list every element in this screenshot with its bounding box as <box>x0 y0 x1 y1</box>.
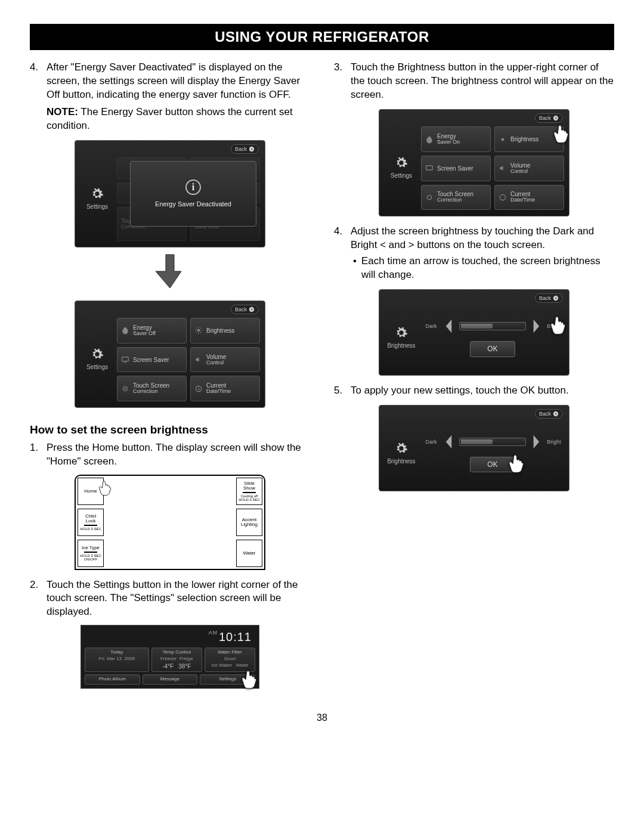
message-button[interactable]: Message <box>143 674 198 685</box>
back-button[interactable]: Back <box>535 409 563 419</box>
today-panel[interactable]: TodayFri. Mar 13. 2009 <box>85 648 149 672</box>
sidebar-settings: Settings <box>79 315 116 404</box>
water-button[interactable]: Water <box>236 540 262 567</box>
back-button[interactable]: Back <box>231 305 259 314</box>
step-number: 3. <box>334 61 351 102</box>
sun-icon <box>499 135 507 144</box>
sidebar-settings: Settings <box>383 124 420 212</box>
svg-point-3 <box>125 388 126 389</box>
touchscreen-home-status: AM10:11 TodayFri. Mar 13. 2009 Temp Cont… <box>80 625 259 688</box>
popup-message: Energy Saver Deactivated <box>155 200 231 209</box>
touchscreen-energy-saver-popup: Back Settings Touch ScreenCorrection Cur… <box>75 140 265 247</box>
settings-volume-button[interactable]: VolumeControl <box>190 347 260 373</box>
settings-screensaver-button[interactable]: Screen Saver <box>117 347 187 373</box>
back-button[interactable]: Back <box>231 144 259 154</box>
svg-point-5 <box>501 138 504 141</box>
step-text: Adjust the screen brightness by touching… <box>351 225 594 250</box>
settings-touch-correction-button[interactable]: Touch ScreenCorrection <box>421 185 491 210</box>
settings-brightness-button[interactable]: Brightness <box>190 318 260 343</box>
step-text: Touch the Settings button in the lower r… <box>47 578 310 620</box>
decrease-brightness-button[interactable] <box>444 434 454 450</box>
svg-point-8 <box>500 194 505 200</box>
svg-point-0 <box>197 329 200 332</box>
accent-lighting-button[interactable]: AccentLighting <box>236 509 262 536</box>
svg-rect-6 <box>426 166 433 170</box>
page-number: 38 <box>30 711 614 724</box>
section-title-bar: USING YOUR REFRIGERATOR <box>30 24 614 50</box>
step-number: 2. <box>30 578 47 620</box>
sidebar-brightness: Brightness <box>383 304 420 371</box>
back-arrow-icon <box>249 306 255 312</box>
brightness-slider[interactable] <box>459 322 526 330</box>
clock-display: AM10:11 <box>85 629 255 645</box>
settings-volume-button[interactable]: VolumeControl <box>494 156 564 181</box>
step-bullet: • Each time an arrow is touched, the scr… <box>351 255 614 282</box>
settings-datetime-button[interactable]: CurrentDate/Time <box>494 185 564 210</box>
left-step-2: 2. Touch the Settings button in the lowe… <box>30 578 310 620</box>
touchscreen-home-diagram: Home ChildLockHOLD 3 SEC Ice TypeHOLD 3 … <box>75 475 265 570</box>
back-button[interactable]: Back <box>535 293 563 303</box>
back-arrow-icon <box>553 411 559 417</box>
leaf-icon <box>425 135 434 144</box>
speaker-icon <box>499 164 507 172</box>
decrease-brightness-button[interactable] <box>444 318 454 334</box>
back-arrow-icon <box>553 115 559 121</box>
popup-overlay: i Energy Saver Deactivated <box>130 161 256 227</box>
step-number: 4. <box>334 225 351 282</box>
back-arrow-icon <box>249 146 255 152</box>
photo-album-button[interactable]: Photo Album <box>85 674 140 685</box>
note-label: NOTE: <box>47 106 78 117</box>
sidebar-brightness: Brightness <box>383 420 420 487</box>
hand-pointer-icon <box>507 453 527 473</box>
monitor-icon <box>121 355 129 364</box>
touchscreen-settings-brightness-press: Back Settings EnergySaver On Brightness … <box>379 109 569 216</box>
ice-type-button[interactable]: Ice TypeHOLD 3 SECON/OFF <box>78 540 104 567</box>
temp-control-panel[interactable]: Temp ControlFreezer Fridge-4°F38°F <box>151 648 202 672</box>
down-arrow-icon <box>30 253 310 293</box>
sun-icon <box>194 326 203 335</box>
step-number: 5. <box>334 384 351 398</box>
ok-button[interactable]: OK <box>470 341 515 357</box>
speaker-icon <box>194 355 203 364</box>
hand-pointer-icon <box>552 123 572 144</box>
gear-icon <box>395 156 408 169</box>
left-column: 4. After "Energy Saver Deactivated" is d… <box>30 61 310 693</box>
step-number: 1. <box>30 441 47 469</box>
step-number: 4. <box>30 61 47 133</box>
back-arrow-icon <box>553 295 559 301</box>
svg-point-7 <box>428 195 432 199</box>
bright-label: Bright <box>546 438 562 445</box>
settings-energy-saver-button[interactable]: EnergySaver Off <box>117 318 187 343</box>
hand-pointer-icon <box>549 315 569 335</box>
monitor-icon <box>425 164 434 172</box>
step-text: After "Energy Saver Deactivated" is disp… <box>47 61 300 100</box>
clock-icon <box>194 385 203 393</box>
increase-brightness-button[interactable] <box>531 318 541 334</box>
touchscreen-brightness-ok: Back Brightness Dark Bright <box>379 405 569 491</box>
leaf-icon <box>121 326 129 335</box>
touch-icon <box>121 385 129 393</box>
clock-icon <box>499 193 507 202</box>
dark-label: Dark <box>423 323 439 330</box>
settings-screensaver-button[interactable]: Screen Saver <box>421 156 491 181</box>
back-button[interactable]: Back <box>535 113 563 123</box>
touch-icon <box>425 193 434 202</box>
child-lock-button[interactable]: ChildLockHOLD 3 SEC <box>78 509 104 536</box>
settings-brightness-button[interactable]: Brightness <box>494 126 564 152</box>
step-text: Touch the Brightness button in the upper… <box>351 61 614 102</box>
brightness-slider[interactable] <box>459 438 526 446</box>
sidebar-settings: Settings <box>79 155 116 243</box>
svg-rect-1 <box>122 357 129 361</box>
settings-touch-correction-button[interactable]: Touch ScreenCorrection <box>117 376 187 401</box>
increase-brightness-button[interactable] <box>531 434 541 450</box>
settings-datetime-button[interactable]: CurrentDate/Time <box>190 376 260 401</box>
settings-energy-saver-button[interactable]: EnergySaver On <box>421 126 491 152</box>
hand-pointer-icon <box>240 669 260 689</box>
slideshow-button[interactable]: SlideShowCooling offHOLD 3 SEC <box>236 478 262 505</box>
right-step-4: 4. Adjust the screen brightness by touch… <box>334 225 614 282</box>
right-step-3: 3. Touch the Brightness button in the up… <box>334 61 614 102</box>
gear-icon <box>91 187 104 200</box>
gear-icon <box>91 348 104 361</box>
step-note: NOTE: The Energy Saver button shows the … <box>47 106 310 133</box>
right-step-5: 5. To apply your new settings, touch the… <box>334 384 614 398</box>
